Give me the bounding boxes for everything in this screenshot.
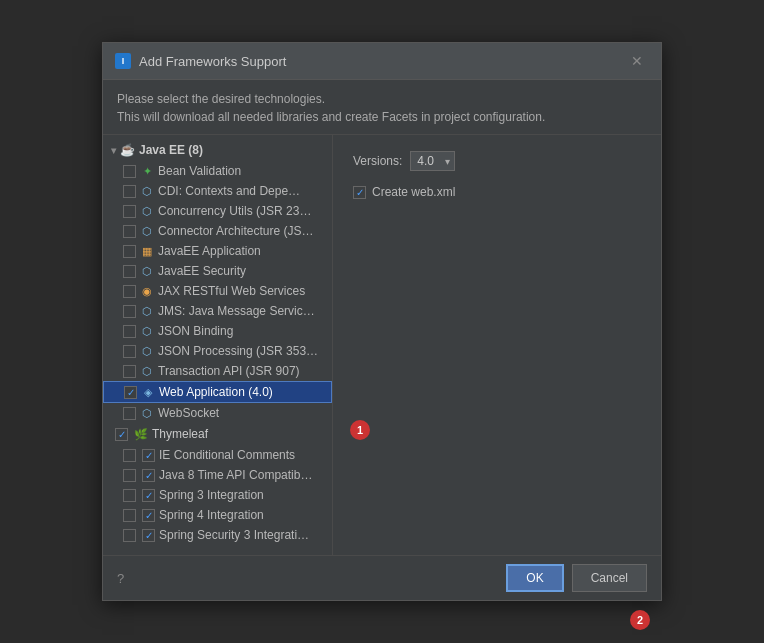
item-spring3[interactable]: ✓ Spring 3 Integration — [103, 485, 332, 505]
checkbox-spring3[interactable] — [123, 489, 136, 502]
checkbox-web-app[interactable]: ✓ — [124, 386, 137, 399]
checkbox-jms[interactable] — [123, 305, 136, 318]
item-java8-time[interactable]: ✓ Java 8 Time API Compatib… — [103, 465, 332, 485]
label-javaee-app: JavaEE Application — [158, 244, 261, 258]
item-jms[interactable]: ⬡ JMS: Java Message Servic… — [103, 301, 332, 321]
close-button[interactable]: ✕ — [625, 51, 649, 71]
item-javaee-app[interactable]: ▦ JavaEE Application — [103, 241, 332, 261]
cancel-button[interactable]: Cancel — [572, 564, 647, 592]
item-connector[interactable]: ⬡ Connector Architecture (JS… — [103, 221, 332, 241]
checkbox-java8-time-inner[interactable]: ✓ — [142, 469, 155, 482]
label-web-app: Web Application (4.0) — [159, 385, 273, 399]
item-bean-validation[interactable]: ✦ Bean Validation — [103, 161, 332, 181]
icon-cdi: ⬡ — [140, 184, 154, 198]
checkbox-ie-conditional-inner[interactable]: ✓ — [142, 449, 155, 462]
label-jms: JMS: Java Message Servic… — [158, 304, 315, 318]
item-ie-conditional[interactable]: ✓ IE Conditional Comments — [103, 445, 332, 465]
checkbox-spring4-inner[interactable]: ✓ — [142, 509, 155, 522]
label-java8-time: Java 8 Time API Compatib… — [159, 468, 312, 482]
title-bar: I Add Frameworks Support ✕ — [103, 43, 661, 80]
javaee-group-label: Java EE (8) — [139, 143, 203, 157]
versions-row: Versions: 4.0 3.1 3.0 2.5 — [353, 151, 641, 171]
javaee-group-icon: ☕ — [120, 143, 135, 157]
checkbox-javaee-security[interactable] — [123, 265, 136, 278]
icon-json-processing: ⬡ — [140, 344, 154, 358]
label-spring-security3: Spring Security 3 Integrati… — [159, 528, 309, 542]
label-json-processing: JSON Processing (JSR 353… — [158, 344, 318, 358]
dialog-title: Add Frameworks Support — [139, 54, 286, 69]
checkbox-concurrency[interactable] — [123, 205, 136, 218]
item-websocket[interactable]: ⬡ WebSocket — [103, 403, 332, 423]
checkbox-ie-conditional[interactable] — [123, 449, 136, 462]
app-icon: I — [115, 53, 131, 69]
create-webxml-row[interactable]: ✓ Create web.xml — [353, 185, 641, 199]
icon-jax-rest: ◉ — [140, 284, 154, 298]
thymeleaf-group-header[interactable]: ✓ 🌿 Thymeleaf — [103, 423, 332, 445]
label-spring4: Spring 4 Integration — [159, 508, 264, 522]
checkbox-connector[interactable] — [123, 225, 136, 238]
icon-bean-validation: ✦ — [140, 164, 154, 178]
checkbox-json-binding[interactable] — [123, 325, 136, 338]
description: Please select the desired technologies. … — [103, 80, 661, 135]
checkbox-transaction[interactable] — [123, 365, 136, 378]
label-ie-conditional: IE Conditional Comments — [159, 448, 295, 462]
item-web-app[interactable]: ✓ ◈ Web Application (4.0) — [103, 381, 332, 403]
checkbox-jax-rest[interactable] — [123, 285, 136, 298]
item-javaee-security[interactable]: ⬡ JavaEE Security — [103, 261, 332, 281]
footer-buttons: OK Cancel — [506, 564, 647, 592]
checkbox-spring-security3-inner[interactable]: ✓ — [142, 529, 155, 542]
badge-2: 2 — [630, 610, 650, 630]
icon-connector: ⬡ — [140, 224, 154, 238]
ok-button[interactable]: OK — [506, 564, 563, 592]
checkbox-spring-security3[interactable] — [123, 529, 136, 542]
item-spring4[interactable]: ✓ Spring 4 Integration — [103, 505, 332, 525]
javaee-group-header[interactable]: ▾ ☕ Java EE (8) — [103, 139, 332, 161]
icon-thymeleaf: 🌿 — [134, 428, 148, 441]
checkbox-javaee-app[interactable] — [123, 245, 136, 258]
label-websocket: WebSocket — [158, 406, 219, 420]
javaee-arrow: ▾ — [111, 145, 116, 156]
item-transaction[interactable]: ⬡ Transaction API (JSR 907) — [103, 361, 332, 381]
icon-javaee-app: ▦ — [140, 244, 154, 258]
description-line2: This will download all needed libraries … — [117, 108, 647, 126]
create-webxml-checkbox[interactable]: ✓ — [353, 186, 366, 199]
checkbox-websocket[interactable] — [123, 407, 136, 420]
checkbox-cdi[interactable] — [123, 185, 136, 198]
create-webxml-label: Create web.xml — [372, 185, 455, 199]
badge-1: 1 — [350, 420, 370, 440]
checkbox-bean-validation[interactable] — [123, 165, 136, 178]
item-spring-security3[interactable]: ✓ Spring Security 3 Integrati… — [103, 525, 332, 545]
right-panel: Versions: 4.0 3.1 3.0 2.5 ✓ Create web.x… — [333, 135, 661, 555]
label-json-binding: JSON Binding — [158, 324, 233, 338]
item-json-processing[interactable]: ⬡ JSON Processing (JSR 353… — [103, 341, 332, 361]
icon-websocket: ⬡ — [140, 406, 154, 420]
label-connector: Connector Architecture (JS… — [158, 224, 313, 238]
add-frameworks-dialog: I Add Frameworks Support ✕ Please select… — [102, 42, 662, 601]
item-concurrency[interactable]: ⬡ Concurrency Utils (JSR 23… — [103, 201, 332, 221]
icon-transaction: ⬡ — [140, 364, 154, 378]
item-json-binding[interactable]: ⬡ JSON Binding — [103, 321, 332, 341]
checkbox-json-processing[interactable] — [123, 345, 136, 358]
icon-jms: ⬡ — [140, 304, 154, 318]
label-bean-validation: Bean Validation — [158, 164, 241, 178]
icon-javaee-security: ⬡ — [140, 264, 154, 278]
left-panel: ▾ ☕ Java EE (8) ✦ Bean Validation ⬡ CDI:… — [103, 135, 333, 555]
version-select[interactable]: 4.0 3.1 3.0 2.5 — [410, 151, 455, 171]
icon-concurrency: ⬡ — [140, 204, 154, 218]
thymeleaf-group-label: Thymeleaf — [152, 427, 208, 441]
label-transaction: Transaction API (JSR 907) — [158, 364, 300, 378]
checkbox-java8-time[interactable] — [123, 469, 136, 482]
item-jax-rest[interactable]: ◉ JAX RESTful Web Services — [103, 281, 332, 301]
icon-web-app: ◈ — [141, 385, 155, 399]
label-spring3: Spring 3 Integration — [159, 488, 264, 502]
checkbox-spring3-inner[interactable]: ✓ — [142, 489, 155, 502]
checkbox-spring4[interactable] — [123, 509, 136, 522]
help-button[interactable]: ? — [117, 571, 124, 586]
label-concurrency: Concurrency Utils (JSR 23… — [158, 204, 311, 218]
label-cdi: CDI: Contexts and Depe… — [158, 184, 300, 198]
item-cdi[interactable]: ⬡ CDI: Contexts and Depe… — [103, 181, 332, 201]
version-select-wrapper[interactable]: 4.0 3.1 3.0 2.5 — [410, 151, 455, 171]
checkbox-thymeleaf[interactable]: ✓ — [115, 428, 128, 441]
versions-label: Versions: — [353, 154, 402, 168]
label-jax-rest: JAX RESTful Web Services — [158, 284, 305, 298]
